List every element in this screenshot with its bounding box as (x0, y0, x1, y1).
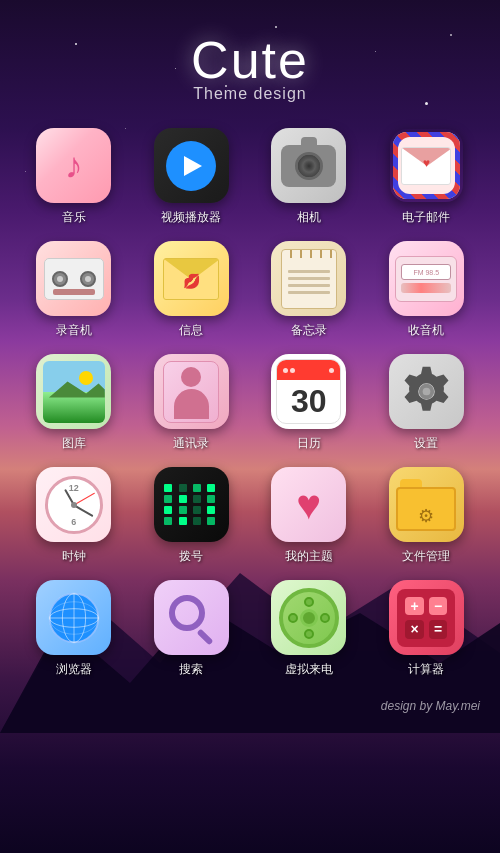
settings-app-item[interactable]: 设置 (373, 354, 481, 452)
magnifier-icon (164, 590, 219, 645)
notepad-line-1 (288, 270, 330, 273)
search-label: 搜索 (179, 661, 203, 678)
notepad-app-item[interactable]: 备忘录 (255, 241, 363, 339)
music-app-item[interactable]: ♪ 音乐 (20, 128, 128, 226)
radio-icon-wrapper: FM 98.5 (389, 241, 464, 316)
icons-grid: ♪ 音乐 视频播放器 相机 ♥ (0, 103, 500, 688)
video-play-button-icon (166, 141, 216, 191)
music-icon-wrapper: ♪ (36, 128, 111, 203)
cal-dot-1 (283, 368, 288, 373)
camera-label: 相机 (297, 209, 321, 226)
clock-app-item[interactable]: 12 6 时钟 (20, 467, 128, 565)
dialer-dot-15 (193, 517, 201, 525)
message-label: 信息 (179, 322, 203, 339)
dialer-dot-2 (179, 484, 187, 492)
gallery-image-icon (43, 361, 105, 423)
calendar-body-icon: 30 (276, 359, 341, 424)
cassette-icon (44, 258, 104, 300)
email-envelope-icon: ♥ (401, 147, 451, 185)
film-hole-left (288, 613, 298, 623)
dialer-dot-14 (179, 517, 187, 525)
calculator-app-item[interactable]: + − × = 计算器 (373, 580, 481, 678)
clock-label: 时钟 (62, 548, 86, 565)
svg-point-3 (422, 388, 430, 396)
folder-body-icon: ⚙ (396, 487, 456, 531)
search-circle-icon (169, 595, 205, 631)
email-heart-icon: ♥ (423, 156, 430, 170)
camera-icon-wrapper (271, 128, 346, 203)
radio-label: 收音机 (408, 322, 444, 339)
email-label: 电子邮件 (402, 209, 450, 226)
email-app-item[interactable]: ♥ 电子邮件 (373, 128, 481, 226)
video-app-item[interactable]: 视频播放器 (138, 128, 246, 226)
dialer-icon-wrapper (154, 467, 229, 542)
email-icon-wrapper: ♥ (389, 128, 464, 203)
recorder-icon-wrapper (36, 241, 111, 316)
message-app-item[interactable]: 💋 信息 (138, 241, 246, 339)
clock-icon-wrapper: 12 6 (36, 467, 111, 542)
gallery-app-item[interactable]: 图库 (20, 354, 128, 452)
files-app-item[interactable]: ⚙ 文件管理 (373, 467, 481, 565)
contacts-body-icon (163, 361, 219, 423)
dialer-dot-7 (193, 495, 201, 503)
settings-icon-wrapper (389, 354, 464, 429)
radio-body-icon: FM 98.5 (395, 256, 457, 302)
recorder-app-item[interactable]: 录音机 (20, 241, 128, 339)
calendar-dots-icon (283, 368, 295, 373)
browser-app-item[interactable]: 浏览器 (20, 580, 128, 678)
reel-left-icon (52, 271, 68, 287)
calendar-header-icon (277, 360, 340, 380)
search-icon-wrapper (154, 580, 229, 655)
dialer-app-item[interactable]: 拨号 (138, 467, 246, 565)
contact-silhouette-icon (174, 367, 209, 417)
dialer-dot-13 (164, 517, 172, 525)
camera-app-item[interactable]: 相机 (255, 128, 363, 226)
gallery-icon-wrapper (36, 354, 111, 429)
radio-app-item[interactable]: FM 98.5 收音机 (373, 241, 481, 339)
notepad-spiral-icon (282, 250, 336, 258)
message-lips-icon: 💋 (183, 273, 200, 289)
film-hole-top (304, 597, 314, 607)
search-app-item[interactable]: 搜索 (138, 580, 246, 678)
email-inner: ♥ (398, 137, 455, 194)
contacts-app-item[interactable]: 通讯录 (138, 354, 246, 452)
search-handle-icon (196, 629, 213, 646)
clock-12: 12 (69, 483, 79, 493)
files-icon-wrapper: ⚙ (389, 467, 464, 542)
notepad-body-icon (281, 249, 337, 309)
notepad-line-4 (288, 291, 330, 294)
browser-icon-wrapper (36, 580, 111, 655)
globe-icon (45, 589, 103, 647)
cal-dot-2 (290, 368, 295, 373)
notepad-label: 备忘录 (291, 322, 327, 339)
dialer-dot-10 (179, 506, 187, 514)
calendar-icon-wrapper: 30 (271, 354, 346, 429)
browser-label: 浏览器 (56, 661, 92, 678)
folder-lock-icon: ⚙ (418, 504, 434, 526)
theme-app-item[interactable]: ♥ 我的主题 (255, 467, 363, 565)
calculator-label: 计算器 (408, 661, 444, 678)
dialer-grid-icon (160, 480, 222, 529)
dialer-label: 拨号 (179, 548, 203, 565)
gallery-sun-icon (79, 371, 93, 385)
gallery-mountain-icon (43, 378, 105, 398)
calc-minus-btn: − (429, 597, 448, 616)
vcall-app-item[interactable]: 虚拟来电 (255, 580, 363, 678)
cassette-tape-icon (53, 289, 95, 295)
folder-icon: ⚙ (396, 479, 456, 531)
calendar-app-item[interactable]: 30 日历 (255, 354, 363, 452)
contact-body-shape-icon (174, 389, 209, 419)
gallery-label: 图库 (62, 435, 86, 452)
gear-icon (399, 364, 454, 419)
camera-body-icon (281, 145, 336, 187)
dialer-dot-11 (193, 506, 201, 514)
dialer-dot-1 (164, 484, 172, 492)
radio-display-icon: FM 98.5 (401, 264, 451, 280)
message-envelope-icon: 💋 (163, 258, 219, 300)
calc-times-btn: × (405, 620, 424, 639)
film-hole-bottom (304, 629, 314, 639)
music-note-icon: ♪ (65, 145, 83, 187)
theme-heart-icon: ♥ (296, 481, 321, 529)
theme-icon-wrapper: ♥ (271, 467, 346, 542)
recorder-label: 录音机 (56, 322, 92, 339)
